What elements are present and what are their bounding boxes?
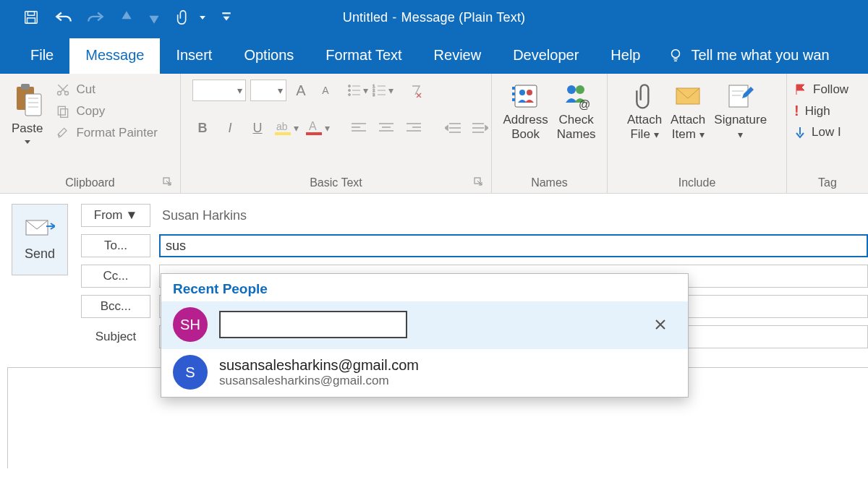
svg-rect-29 [275,132,291,135]
svg-text:A: A [309,120,317,132]
tab-message[interactable]: Message [69,38,160,74]
to-field[interactable]: sus [159,234,868,257]
tab-format-text[interactable]: Format Text [310,38,417,74]
bold-button: B [192,117,213,139]
paintbrush-icon [56,126,70,140]
svg-rect-13 [59,106,66,115]
attach-dropdown-icon[interactable] [198,13,207,22]
dialog-launcher-icon[interactable] [474,177,482,186]
attach-file-button[interactable]: AttachFile ▾ [624,80,665,144]
to-button[interactable]: To... [81,234,150,257]
address-book-button[interactable]: AddressBook [500,80,550,144]
high-importance-button[interactable]: ! High [794,103,830,119]
low-importance-button[interactable]: Low I [794,125,841,140]
tab-options[interactable]: Options [228,38,310,74]
undo-icon[interactable] [54,9,72,25]
font-name-dropdown: ▾ [192,80,246,101]
svg-point-16 [349,85,351,87]
arrow-down-icon [794,126,806,139]
high-label: High [805,104,830,119]
tab-review[interactable]: Review [418,38,498,74]
grow-font-button: A [291,80,311,101]
low-label: Low I [812,125,841,140]
redacted-name [219,311,407,338]
decrease-indent-button [443,117,463,139]
attach-file-l1: Attach [627,113,662,126]
group-clipboard: Paste Cut Copy [0,74,181,193]
increase-indent-button [470,117,490,139]
close-icon [653,317,668,332]
chevron-down-icon [23,139,32,145]
svg-point-54 [567,85,576,94]
from-button[interactable]: From ▼ [81,204,150,227]
autocomplete-item[interactable]: SH [161,301,688,349]
signature-label: Signature [714,113,767,126]
scissors-icon [56,82,70,97]
svg-rect-51 [512,98,515,101]
svg-point-20 [349,94,351,96]
paste-button[interactable]: Paste [7,80,47,147]
group-names-label: Names [531,176,568,189]
chevron-down-icon: ▼ [125,208,137,223]
signature-button[interactable]: Signature▾ [711,80,770,144]
envelope-icon [25,218,55,239]
paste-label: Paste [12,121,43,136]
title-mode: Message (Plain Text) [401,10,526,25]
svg-rect-1 [27,12,34,16]
tab-developer[interactable]: Developer [497,38,595,74]
svg-point-18 [349,90,351,92]
group-include: AttachFile ▾ AttachItem ▾ Signature▾ Inc… [608,74,787,193]
svg-rect-6 [21,84,30,90]
italic-button: I [220,117,240,139]
send-button[interactable]: Send [12,204,68,275]
tab-help[interactable]: Help [595,38,656,74]
suggestion-secondary: susansalesharkins@gmail.com [219,374,676,388]
lightbulb-icon [668,48,684,64]
save-icon[interactable] [23,9,39,25]
paperclip-icon[interactable] [175,9,191,26]
text-highlight-button: ab ▾ [275,117,299,139]
customize-qat-icon[interactable] [221,12,231,23]
tab-insert[interactable]: Insert [160,38,228,74]
svg-rect-50 [512,93,515,95]
shrink-font-button: A [315,80,336,101]
group-tags-label: Tag [818,176,837,189]
align-left-button [349,117,369,139]
window-title: Untitled - Message (Plain Text) [343,10,526,25]
numbering-button: 123 ▾ [373,80,393,101]
check-names-l1: Check [559,113,594,126]
svg-point-55 [576,85,584,94]
group-basic-text-label: Basic Text [310,176,362,189]
group-tags: Follow ! High Low I Tag [787,74,868,193]
tab-file[interactable]: File [14,38,69,74]
svg-rect-2 [27,18,35,23]
dialog-launcher-icon[interactable] [163,177,171,186]
to-value: sus [166,239,186,254]
group-include-label: Include [678,176,716,189]
font-color-button: A ▾ [306,117,330,139]
cc-button[interactable]: Cc... [81,265,150,288]
autocomplete-item[interactable]: S susansalesharkins@gmail.com susansales… [161,349,688,397]
chevron-down-icon: ▾ [237,85,242,96]
svg-rect-7 [25,94,41,116]
attach-item-button[interactable]: AttachItem ▾ [668,80,708,144]
svg-point-53 [527,90,532,95]
group-basic-text: ▾ ▾ A A ▾ 123 ▾ [181,74,492,193]
group-names: AddressBook @ CheckNames Names [492,74,608,193]
attach-file-l2: File [630,127,650,141]
tell-me-placeholder: Tell me what you wan [691,47,829,64]
check-names-button[interactable]: @ CheckNames [554,80,599,144]
bcc-button[interactable]: Bcc... [81,295,150,318]
format-painter-label: Format Painter [76,126,157,140]
remove-suggestion-button[interactable] [653,317,676,332]
svg-rect-57 [676,88,699,104]
group-clipboard-label: Clipboard [65,176,114,189]
svg-rect-48 [515,85,537,107]
tell-me-search[interactable]: Tell me what you wan [656,40,838,74]
font-size-dropdown: ▾ [250,80,286,101]
chevron-down-icon: ▾ [278,85,283,96]
follow-up-button[interactable]: Follow [794,82,848,97]
next-item-icon [148,9,161,25]
exclamation-icon: ! [794,103,799,119]
title-document: Untitled [343,10,388,25]
